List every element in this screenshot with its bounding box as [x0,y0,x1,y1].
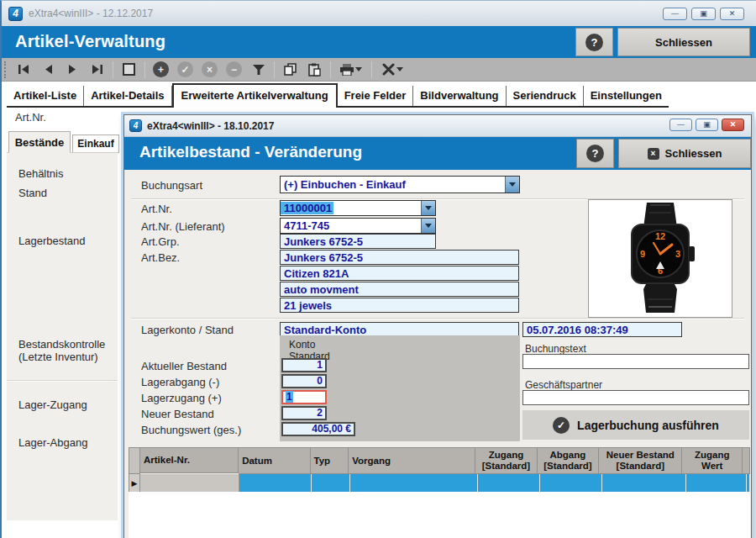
tab-freie-felder[interactable]: Freie Felder [338,86,414,106]
artnr-value: 11000001 [281,202,333,214]
cell-vorgang[interactable] [350,474,478,493]
artgrp-label: Art.Grp. [141,235,180,248]
close-button[interactable]: ✕ [720,8,744,20]
toolbar-separator [330,61,331,78]
main-header: Artikel-Verwaltung ? Schliessen [2,26,756,58]
neuer-bestand-field[interactable]: 2 [281,406,327,420]
cell-artikel-nr[interactable] [140,474,239,493]
artbez-field-1[interactable]: Junkers 6752-5 [280,250,519,265]
cell-neuer-bestand[interactable] [602,474,686,493]
col-datum[interactable]: Datum [239,447,310,474]
dialog-minimize-button[interactable]: — [669,119,692,131]
col-abgang-standard[interactable]: Abgang [Standard] [538,447,600,474]
dialog-maximize-button[interactable]: ▣ [696,119,718,131]
toolbar-grip[interactable] [4,61,8,78]
buchungswert-label: Buchungswert (ges.) [141,424,241,436]
artnr-lieferant-label: Art.Nr. (Lieferant) [141,220,225,233]
check-circle-icon: ✓ [177,61,193,77]
schliessen-button[interactable]: Schliessen [617,28,750,56]
cell-datum[interactable] [239,474,312,493]
col-artikel-nr[interactable]: Artikel-Nr. [140,447,239,473]
nav-last-button[interactable] [87,60,108,80]
buchungen-table: Artikel-Nr. Datum Typ Vorgang Zugang [St… [129,447,750,493]
square-icon [123,63,135,76]
tab-artikel-liste[interactable]: Artikel-Liste [7,86,84,106]
table-empty-area [129,492,750,538]
filter-funnel-icon [253,65,265,75]
tools-wrench-icon [382,63,395,76]
paste-button[interactable] [304,60,325,80]
sidebar-tab-bestaende[interactable]: Bestände [8,131,71,153]
cancel-button[interactable]: × [199,60,220,80]
nav-first-button[interactable] [13,60,34,80]
lagerbuchung-label: Lagerbuchung ausführen [577,419,719,432]
add-record-button[interactable]: + [150,60,171,80]
dropdown-arrow-icon[interactable] [421,219,435,233]
check-circle-icon: ✓ [553,417,570,434]
copy-button[interactable] [280,60,301,80]
col-typ[interactable]: Typ [311,447,349,474]
help-button[interactable]: ? [575,28,613,56]
dialog-schliessen-label: Schliessen [665,147,722,160]
dropdown-arrow-icon[interactable] [505,177,519,193]
col-zugang-standard[interactable]: Zugang [Standard] [475,447,538,474]
cell-zugang-wert[interactable] [686,474,747,493]
tab-erweiterte-artikelverwaltung[interactable]: Erweiterte Artikelverwaltung [172,83,338,108]
minimize-button[interactable]: — [663,8,687,20]
col-zugang-wert[interactable]: Zugang Wert [682,447,743,474]
nav-next-button[interactable] [62,60,83,80]
maximize-button[interactable]: ▣ [691,8,716,20]
aktueller-bestand-label: Aktueller Bestand [141,360,227,372]
buchungsart-label: Buchungsart [141,179,202,192]
main-toolbar: + ✓ × − [2,58,756,82]
tools-button[interactable] [377,60,407,80]
artgrp-field[interactable]: Junkers 6752-5 [280,234,436,249]
nav-prev-icon [44,65,53,74]
artnr-combo[interactable]: 11000001 [280,200,436,216]
col-vorgang[interactable]: Vorgang [349,447,475,474]
lagerabgang-field[interactable]: 0 [281,374,327,388]
print-button[interactable] [336,60,366,80]
buchungswert-field[interactable]: 405,00 € [281,422,355,436]
tab-seriendruck[interactable]: Seriendruck [507,86,584,106]
artbez-field-2[interactable]: Citizen 821A [280,266,519,281]
dialog-header: Artikelbestand - Veränderung ? × Schlies… [124,137,751,170]
dialog-help-button[interactable]: ? [576,139,614,168]
filter-button[interactable] [248,60,269,80]
geschaeftspartner-input[interactable] [522,390,749,405]
delete-record-button[interactable]: − [223,60,244,80]
lagerkonto-label: Lagerkonto / Stand [141,324,234,336]
tab-artikel-details[interactable]: Artikel-Details [84,86,171,106]
lagerzugang-field[interactable]: 1 [281,390,327,404]
toolbar-separator [371,61,372,78]
stop-edit-button[interactable] [118,60,139,80]
svg-text:9: 9 [640,249,645,259]
tab-einstellungen[interactable]: Einstellungen [584,86,669,106]
cell-typ[interactable] [312,474,350,493]
nav-first-icon [18,65,29,74]
artbez-field-3[interactable]: auto movment [280,282,519,297]
artnr-lieferant-value: 4711-745 [281,219,421,232]
artbez-field-4[interactable]: 21 jewels [280,298,519,313]
tab-bildverwaltung[interactable]: Bildverwaltung [413,86,506,106]
artnr-lieferant-combo[interactable]: 4711-745 [280,218,436,234]
lagerbuchung-ausfuehren-button[interactable]: ✓ Lagerbuchung ausführen [522,410,749,440]
cell-zugang[interactable] [478,474,540,493]
app-root: 4 eXtra4<winIII> - 12.12.2017 — ▣ ✕ Arti… [0,0,756,538]
main-window-controls: — ▣ ✕ [663,8,744,20]
table-row[interactable]: ▶ [129,474,750,493]
dialog-close-button[interactable]: ✕ [722,119,744,131]
buchungstext-input[interactable] [522,354,749,369]
aktueller-bestand-field[interactable]: 1 [281,358,327,372]
nav-prev-button[interactable] [38,60,59,80]
dropdown-arrow-icon[interactable] [421,201,435,215]
dialog-window-controls: — ▣ ✕ [669,119,744,131]
confirm-button[interactable]: ✓ [175,60,196,80]
buchungsart-select[interactable]: (+) Einbuchen - Einkauf [280,176,520,193]
cell-abgang[interactable] [540,474,602,493]
neuer-bestand-label: Neuer Bestand [141,408,214,420]
stand-datetime-field[interactable]: 05.07.2016 08:37:49 [522,322,682,337]
sidebar-tab-einkauf[interactable]: Einkauf [72,134,119,153]
dialog-schliessen-button[interactable]: × Schliessen [618,139,751,168]
col-neuer-bestand-standard[interactable]: Neuer Bestand [Standard] [599,447,682,474]
